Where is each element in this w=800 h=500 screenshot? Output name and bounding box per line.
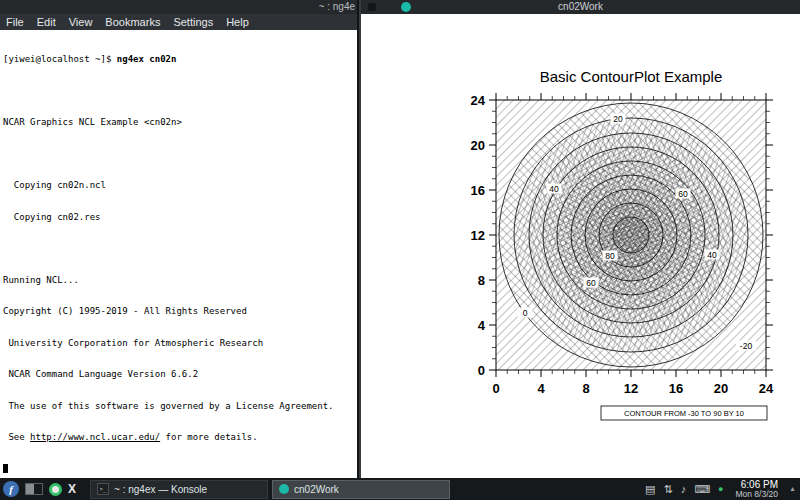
taskbar-task-konsole[interactable]: >_ ~ : ng4ex — Konsole [90, 480, 268, 499]
menu-edit[interactable]: Edit [37, 16, 56, 28]
terminal-output[interactable]: [yiwei@localhost ~]$ ng4ex cn02n NCAR Gr… [0, 30, 357, 478]
terminal-line: Copying cn02n.ncl [3, 180, 357, 191]
terminal-line: Running NCL... [3, 275, 357, 286]
see-suffix: for more details. [160, 432, 258, 442]
tray-keyboard-icon[interactable]: ⌨ [694, 478, 710, 500]
svg-text:20: 20 [613, 114, 623, 124]
terminal-line [3, 149, 357, 160]
cn02work-window: cn02Work Basic ContourPlot Example [361, 0, 800, 478]
launcher-green-icon[interactable] [49, 483, 62, 496]
clock[interactable]: 6:06 PM Mon 8/3/20 [735, 479, 778, 499]
terminal-cursor-line [3, 464, 357, 475]
desktop: ~ : ng4e File Edit View Bookmarks Settin… [0, 0, 800, 500]
svg-text:0: 0 [492, 381, 499, 396]
svg-text:12: 12 [624, 381, 638, 396]
tray-status-icon[interactable]: ● [718, 478, 723, 500]
tray-network-icon[interactable]: ⇅ [663, 478, 672, 500]
system-tray: ▤ ⇅ ♪ ⌨ ● [645, 478, 723, 500]
terminal-prompt-line: [yiwei@localhost ~]$ ng4ex cn02n [3, 54, 357, 65]
plot-title: Basic ContourPlot Example [540, 68, 723, 85]
svg-text:-20: -20 [740, 341, 753, 351]
terminal-line: Copyright (C) 1995-2019 - All Rights Res… [3, 306, 357, 317]
clock-date: Mon 8/3/20 [735, 490, 778, 499]
konsole-title-fragment: ~ : ng4e [319, 1, 355, 12]
svg-text:20: 20 [471, 138, 485, 153]
tray-volume-icon[interactable]: ♪ [681, 478, 687, 500]
menu-bookmarks[interactable]: Bookmarks [105, 16, 160, 28]
svg-text:60: 60 [678, 189, 688, 199]
terminal-cursor [3, 464, 8, 473]
svg-text:0: 0 [478, 363, 485, 378]
see-prefix: See [3, 432, 30, 442]
pager-desktop-1[interactable] [26, 484, 34, 494]
task-label: cn02Work [294, 484, 339, 495]
svg-text:12: 12 [471, 228, 485, 243]
desktop-pager[interactable] [25, 483, 43, 495]
menu-settings[interactable]: Settings [173, 16, 213, 28]
svg-text:24: 24 [471, 93, 486, 108]
svg-text:4: 4 [537, 381, 545, 396]
contour-rings [499, 103, 763, 367]
terminal-line: Copying cn02.res [3, 212, 357, 223]
plot-canvas: Basic ContourPlot Example 00448812121616… [361, 14, 800, 478]
terminal-prompt: [yiwei@localhost ~]$ [3, 54, 117, 64]
menu-file[interactable]: File [6, 16, 24, 28]
menu-view[interactable]: View [69, 16, 93, 28]
cn02work-titlebar[interactable]: cn02Work [361, 0, 800, 14]
svg-text:8: 8 [582, 381, 589, 396]
taskbar: f X >_ ~ : ng4ex — Konsole cn02Work ▤ ⇅ … [0, 478, 800, 500]
terminal-line: NCAR Graphics NCL Example <cn02n> [3, 117, 357, 128]
konsole-icon: >_ [97, 483, 109, 495]
svg-text:16: 16 [471, 183, 485, 198]
konsole-window: ~ : ng4e File Edit View Bookmarks Settin… [0, 0, 359, 478]
svg-text:80: 80 [605, 251, 615, 261]
pager-desktop-2[interactable] [34, 484, 42, 494]
svg-text:20: 20 [714, 381, 728, 396]
svg-text:60: 60 [586, 278, 596, 288]
cn02work-title: cn02Work [361, 0, 800, 14]
svg-text:0: 0 [523, 308, 528, 318]
svg-text:40: 40 [707, 250, 717, 260]
terminal-line: University Corporation for Atmospheric R… [3, 338, 357, 349]
ncl-url-link[interactable]: http://www.ncl.ucar.edu/ [30, 432, 160, 442]
svg-text:40: 40 [549, 184, 559, 194]
terminal-command: ng4ex cn02n [117, 54, 177, 64]
cn02work-task-icon [279, 484, 289, 494]
app-launcher-icon[interactable]: f [3, 481, 19, 497]
contour-info-label: CONTOUR FROM -30 TO 90 BY 10 [624, 409, 744, 418]
svg-text:4: 4 [478, 318, 486, 333]
svg-text:24: 24 [759, 381, 774, 396]
task-label: ~ : ng4ex — Konsole [114, 484, 207, 495]
svg-text:8: 8 [478, 273, 485, 288]
contour-plot: Basic ContourPlot Example 00448812121616… [451, 60, 791, 432]
x11-icon[interactable]: X [68, 481, 76, 497]
terminal-line: NCAR Command Language Version 6.6.2 [3, 369, 357, 380]
panel-expander-icon[interactable]: ▴ [788, 479, 797, 499]
svg-text:16: 16 [669, 381, 683, 396]
tray-clipboard-icon[interactable]: ▤ [645, 478, 655, 500]
konsole-titlebar[interactable]: ~ : ng4e [0, 0, 357, 14]
terminal-line [3, 86, 357, 97]
menu-help[interactable]: Help [226, 16, 249, 28]
terminal-see-line: See http://www.ncl.ucar.edu/ for more de… [3, 432, 357, 443]
terminal-line: The use of this software is governed by … [3, 401, 357, 412]
task-manager: >_ ~ : ng4ex — Konsole cn02Work [90, 480, 450, 499]
terminal-line [3, 243, 357, 254]
konsole-menubar: File Edit View Bookmarks Settings Help [0, 14, 357, 30]
taskbar-task-cn02work[interactable]: cn02Work [272, 480, 450, 499]
